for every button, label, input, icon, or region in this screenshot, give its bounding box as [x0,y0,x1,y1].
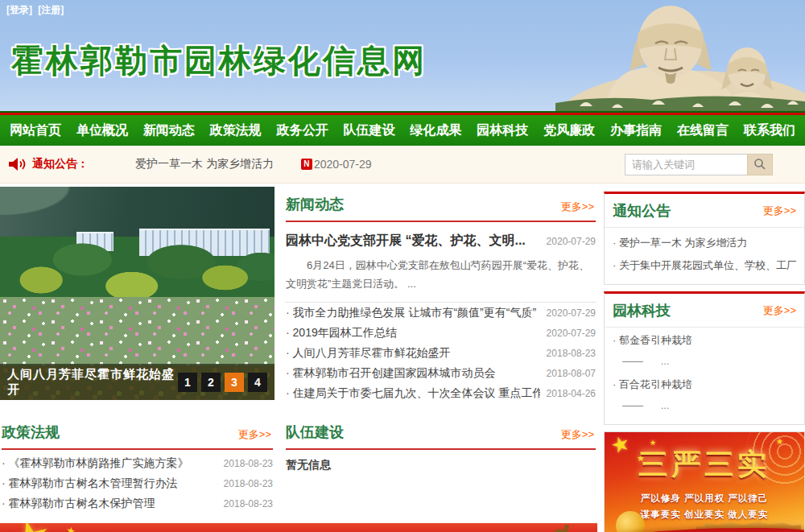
policy-item-date: 2018-08-23 [224,458,273,469]
nav-item-about[interactable]: 单位概况 [76,122,128,139]
policy-section-title: 政策法规 [2,423,60,442]
news-item-date: 2018-08-23 [547,348,596,359]
slogan-title: 三严三实 [605,445,804,485]
policy-item-link[interactable]: 霍林郭勒市古树名木管理暂行办法 [2,476,217,491]
news-list-item: 住建局关于市委七届九次、十次全体会议 重点工作任... 2018-04-26 [286,386,596,406]
team-section-title: 队伍建设 [286,423,344,442]
policy-item-link[interactable]: 《霍林郭勒市林荫路推广实施方案》 [2,456,217,471]
news-item-link[interactable]: 我市全力助推绿色发展 让城市有“颜值”更有“气质” [286,306,540,320]
news-list: 我市全力助推绿色发展 让城市有“颜值”更有“气质” 2020-07-29 201… [286,306,596,406]
statue-banner-image [555,0,805,111]
nav-item-policy[interactable]: 政策法规 [210,122,262,139]
tech-box: 园林科技 更多>> 郁金香引种栽培 —— ... 百合花引种栽培 —— ... [604,291,805,425]
nav-item-gov-open[interactable]: 政务公开 [277,122,328,139]
pager-button-3-active[interactable]: 3 [225,373,244,392]
tech-item-link[interactable]: 百合花引种栽培 [613,374,796,395]
featured-news-summary: 6月24日，园林中心党支部在敖包山芍药园开展“爱花、护花、文明赏花”主题党日活动… [286,257,596,303]
carousel[interactable]: 人间八月芳菲尽霍市鲜花始盛开 1 2 3 4 [0,187,275,400]
featured-news-title[interactable]: 园林中心党支部开展 “爱花、护花、文明... [286,233,542,250]
news-item-date: 2020-07-29 [547,307,596,319]
search-icon [753,158,766,171]
policy-list-item: 霍林郭勒市古树名木保护管理 2018-08-23 [2,497,273,517]
carousel-pager: 1 2 3 4 [178,373,267,392]
news-item-date: 2018-04-26 [547,388,596,399]
policy-item-date: 2018-08-23 [224,478,273,489]
pager-button-1[interactable]: 1 [178,373,197,392]
nav-item-message[interactable]: 在线留言 [677,122,729,139]
carousel-caption-bar: 人间八月芳菲尽霍市鲜花始盛开 1 2 3 4 [0,364,275,400]
speaker-icon [8,157,26,171]
notice-label: 通知公告： [32,157,89,171]
news-section: 新闻动态 更多>> 园林中心党支部开展 “爱花、护花、文明... 2020-07… [281,187,597,406]
nav-item-home[interactable]: 网站首页 [10,122,61,139]
policy-item-link[interactable]: 霍林郭勒市古树名木保护管理 [2,497,217,511]
featured-news-date: 2020-07-29 [547,236,596,247]
slogan-banner-image[interactable]: ★ ★ ★ ★ 三严三实 严以修身 严以用权 严以律己 谋事要实 创业要实 做人… [604,431,805,532]
nav-item-tech[interactable]: 园林科技 [477,122,528,139]
pager-button-2[interactable]: 2 [201,373,221,392]
tech-item-sub: —— ... [613,395,796,416]
site-header: [登录] [注册] 霍林郭勒市园林绿化信息网 [0,0,805,111]
news-item-date: 2018-08-07 [547,368,596,379]
news-list-item: 人间八月芳菲尽霍市鲜花始盛开 2018-08-23 [286,346,596,366]
nav-item-team[interactable]: 队伍建设 [344,122,395,139]
tech-item-link[interactable]: 郁金香引种栽培 [613,330,796,351]
nav-item-guide[interactable]: 办事指南 [610,122,662,139]
right-sidebar: 通知公告 更多>> 爱护一草一木 为家乡增活力 关于集中开展花园式单位、学校、工… [604,187,805,532]
news-more-link[interactable]: 更多>> [561,200,594,214]
team-more-link[interactable]: 更多>> [561,427,594,442]
news-item-link[interactable]: 住建局关于市委七届九次、十次全体会议 重点工作任... [286,386,540,401]
notices-more-link[interactable]: 更多>> [763,204,796,218]
site-title: 霍林郭勒市园林绿化信息网 [11,39,427,83]
pager-button-4[interactable]: 4 [248,373,267,392]
policy-item-date: 2018-08-23 [224,498,273,509]
nav-item-achievements[interactable]: 绿化成果 [410,122,461,139]
team-empty-text: 暂无信息 [286,458,596,472]
bottom-propaganda-banner: ★ ★ ★ ★ [0,523,597,532]
search-button[interactable] [747,154,773,175]
policy-list-item: 《霍林郭勒市林荫路推广实施方案》 2018-08-23 [2,456,273,476]
statue-silhouette-icon [539,525,576,532]
policy-list: 《霍林郭勒市林荫路推广实施方案》 2018-08-23 霍林郭勒市古树名木管理暂… [2,456,273,517]
main-nav: 网站首页 单位概况 新闻动态 政策法规 政务公开 队伍建设 绿化成果 园林科技 … [0,111,805,146]
tech-box-title: 园林科技 [613,301,671,320]
login-link[interactable]: [登录] [6,4,32,15]
tech-item-sub: —— ... [613,351,796,372]
nav-item-news[interactable]: 新闻动态 [143,122,195,139]
news-item-link[interactable]: 霍林郭勒市召开创建国家园林城市动员会 [286,366,540,381]
notices-box-title: 通知公告 [613,201,671,221]
notices-box: 通知公告 更多>> 爱护一草一木 为家乡增活力 关于集中开展花园式单位、学校、工… [604,192,805,285]
team-section: 队伍建设 更多>> 暂无信息 [281,414,597,517]
search-input[interactable] [625,154,747,175]
slogan-line: 严以修身 严以用权 严以律己 [605,493,804,505]
new-badge-icon: N [301,159,312,170]
tech-more-link[interactable]: 更多>> [763,303,796,318]
star-icon: ★ [4,523,58,532]
notice-bar: 通知公告： 爱护一草一木 为家乡增活力 N 2020-07-29 [0,146,805,184]
notice-ticker-link[interactable]: 爱护一草一木 为家乡增活力 [135,157,274,171]
register-link[interactable]: [注册] [38,4,64,15]
notice-date: 2020-07-29 [314,158,372,171]
news-section-title: 新闻动态 [286,195,344,214]
nav-item-party[interactable]: 党风廉政 [543,122,595,139]
star-icon: ★ [65,523,77,532]
news-list-item: 2019年园林工作总结 2020-07-29 [286,326,596,346]
news-list-item: 我市全力助推绿色发展 让城市有“颜值”更有“气质” 2020-07-29 [286,306,596,326]
tech-item: 郁金香引种栽培 —— ... [605,328,804,372]
carousel-caption[interactable]: 人间八月芳菲尽霍市鲜花始盛开 [7,367,178,398]
auth-links: [登录] [注册] [6,3,67,17]
news-item-link[interactable]: 2019年园林工作总结 [286,326,540,340]
notice-item-link[interactable]: 爱护一草一木 为家乡增活力 [613,232,796,254]
nav-item-contact[interactable]: 联系我们 [744,122,795,139]
search-area [625,154,773,175]
news-item-date: 2020-07-29 [547,328,596,339]
policy-more-link[interactable]: 更多>> [238,427,271,442]
policy-list-item: 霍林郭勒市古树名木管理暂行办法 2018-08-23 [2,476,273,497]
notices-list: 爱护一草一木 为家乡增活力 关于集中开展花园式单位、学校、工厂... [605,228,804,284]
news-item-link[interactable]: 人间八月芳菲尽霍市鲜花始盛开 [286,346,540,361]
content-area: 人间八月芳菲尽霍市鲜花始盛开 1 2 3 4 新闻动态 更多>> 园林中心党支部… [0,184,805,532]
tech-item: 百合花引种栽培 —— ... [605,372,804,416]
notice-item-link[interactable]: 关于集中开展花园式单位、学校、工厂... [613,254,796,277]
policy-section: 政策法规 更多>> 《霍林郭勒市林荫路推广实施方案》 2018-08-23 霍林… [0,414,275,517]
news-list-item: 霍林郭勒市召开创建国家园林城市动员会 2018-08-07 [286,366,596,386]
